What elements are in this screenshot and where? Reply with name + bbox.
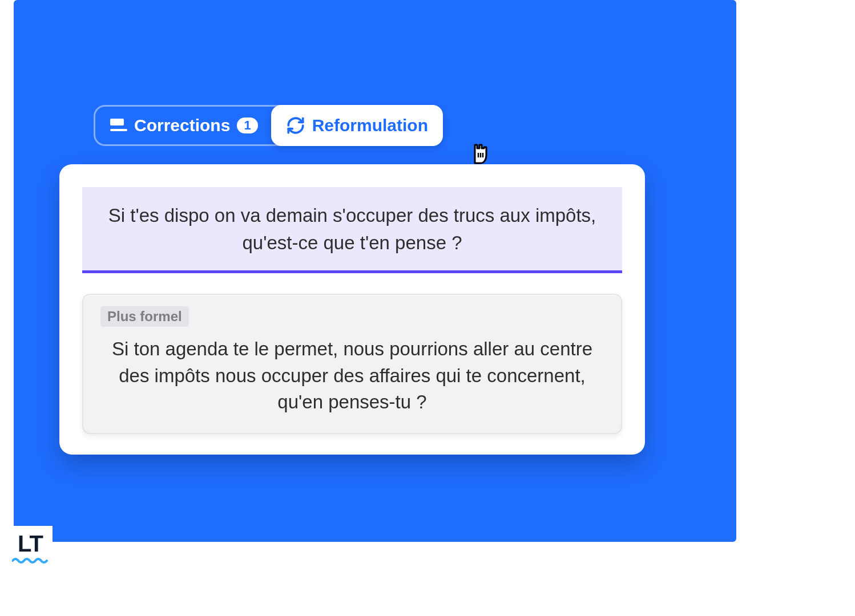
app-frame: Corrections 1 Reformulation [0,0,736,570]
original-text: Si t'es dispo on va demain s'occuper des… [108,205,596,253]
refresh-icon [286,116,305,135]
cursor-pointer-icon [465,137,497,169]
wave-underline-icon [12,557,49,564]
tab-corrections-label: Corrections [134,116,230,135]
content-card: Si t'es dispo on va demain s'occuper des… [59,164,645,455]
tab-bar: Corrections 1 Reformulation [94,105,443,146]
suggestion-text: Si ton agenda te le permet, nous pourrio… [100,336,604,416]
tab-corrections[interactable]: Corrections 1 [95,107,273,144]
tab-reformulation[interactable]: Reformulation [271,105,443,146]
tab-reformulation-label: Reformulation [312,116,428,135]
corrections-icon [110,119,127,132]
lt-logo: LT [8,526,53,570]
corrections-count-badge: 1 [237,117,257,133]
suggestion-label: Plus formel [100,306,189,327]
main-panel: Corrections 1 Reformulation [14,0,736,542]
original-text-box: Si t'es dispo on va demain s'occuper des… [82,187,622,273]
lt-logo-text: LT [18,532,43,555]
suggestion-box[interactable]: Plus formel Si ton agenda te le permet, … [82,294,622,435]
